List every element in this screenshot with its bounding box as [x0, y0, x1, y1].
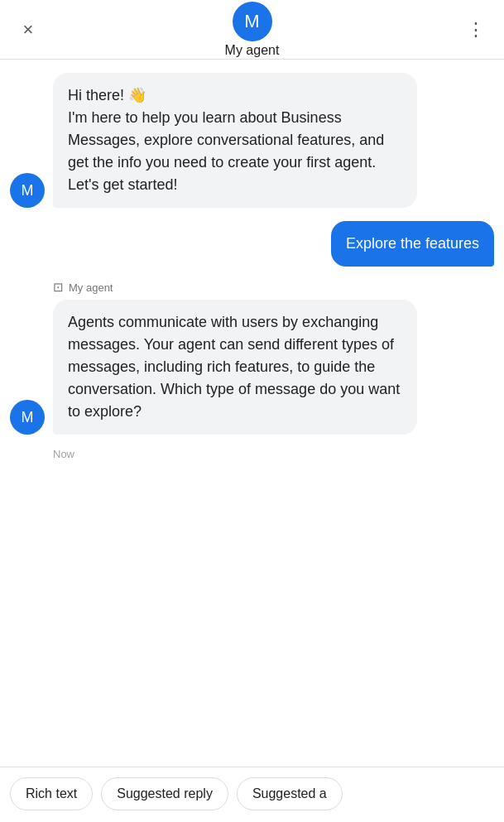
chip-suggested-reply[interactable]: Suggested reply	[101, 777, 228, 810]
message-group-2: Explore the features	[10, 221, 494, 267]
avatar: M	[233, 2, 272, 41]
message-bubble-3: Agents communicate with users by exchang…	[53, 300, 417, 435]
agent-avatar-3: M	[10, 400, 45, 435]
chat-area: M Hi there! 👋I'm here to help you learn …	[0, 60, 504, 767]
message-text-1: Hi there! 👋I'm here to help you learn ab…	[68, 87, 384, 193]
message-group-3: M Agents communicate with users by excha…	[10, 300, 494, 435]
more-icon: ⋮	[467, 19, 486, 41]
message-text-2: Explore the features	[346, 235, 479, 252]
page-title: My agent	[225, 43, 280, 58]
agent-label-text: My agent	[69, 281, 113, 294]
chip-suggested-action[interactable]: Suggested a	[237, 777, 343, 810]
agent-avatar-1: M	[10, 173, 45, 208]
close-icon: ×	[23, 19, 34, 41]
agent-label-row: ⊡ My agent	[53, 280, 494, 295]
close-button[interactable]: ×	[13, 19, 43, 41]
message-bubble-1: Hi there! 👋I'm here to help you learn ab…	[53, 73, 417, 208]
timestamp: Now	[53, 448, 494, 460]
message-text-3: Agents communicate with users by exchang…	[68, 314, 400, 420]
header-center: M My agent	[43, 2, 461, 58]
more-options-button[interactable]: ⋮	[461, 19, 491, 41]
message-group-1: M Hi there! 👋I'm here to help you learn …	[10, 73, 494, 208]
agent-label-icon: ⊡	[53, 280, 64, 295]
chat-header: × M My agent ⋮	[0, 0, 504, 60]
chip-rich-text[interactable]: Rich text	[10, 777, 93, 810]
app-container: × M My agent ⋮ M Hi there! 👋I'm here to …	[0, 0, 504, 822]
chips-area: Rich text Suggested reply Suggested a	[0, 767, 504, 822]
message-bubble-2: Explore the features	[331, 221, 494, 267]
